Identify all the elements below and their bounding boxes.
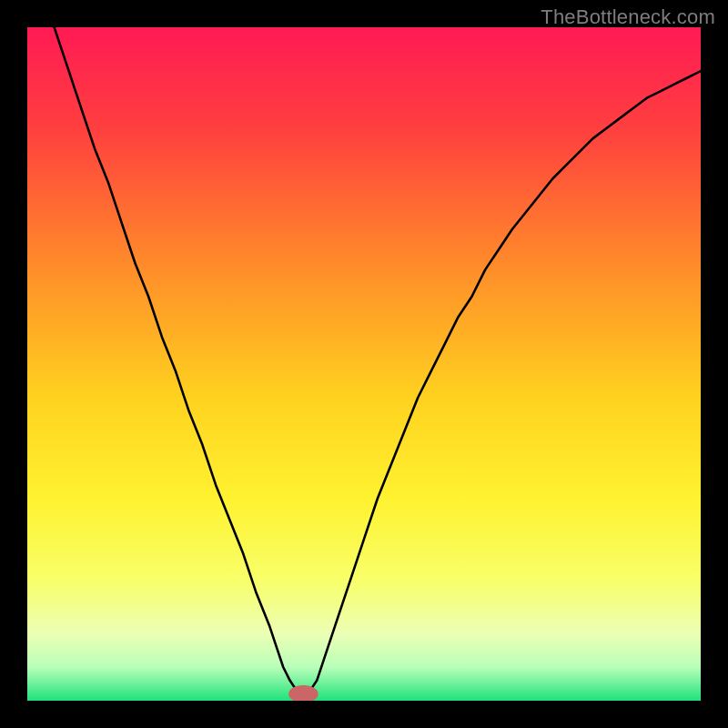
chart-svg	[27, 27, 701, 701]
watermark-text: TheBottleneck.com	[541, 5, 715, 29]
chart-background	[27, 27, 701, 701]
plot-area	[27, 27, 701, 701]
chart-frame: TheBottleneck.com	[0, 0, 728, 728]
